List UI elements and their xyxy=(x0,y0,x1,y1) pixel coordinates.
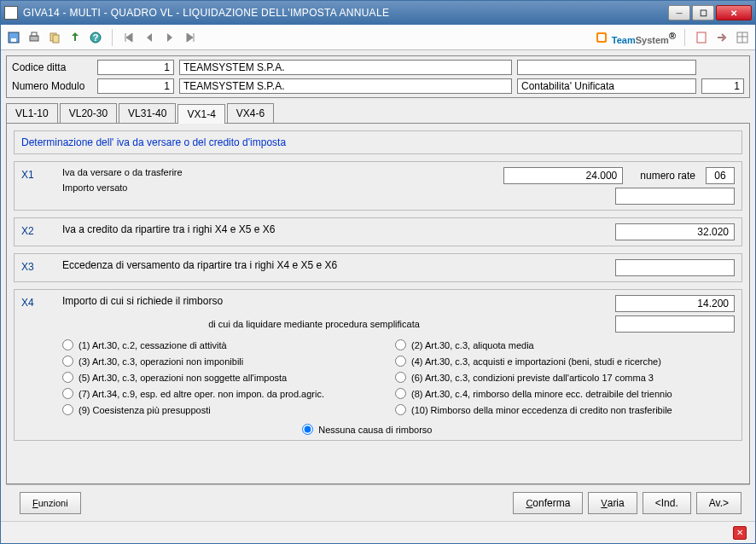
help-icon[interactable]: ? xyxy=(88,30,103,45)
row-x4: X4 Importo di cui si richiede il rimbors… xyxy=(14,289,742,441)
radio-6[interactable]: (6) Art.30, c.3, condizioni previste dal… xyxy=(395,372,672,383)
copy-icon[interactable] xyxy=(47,30,62,45)
svg-rect-10 xyxy=(697,32,706,43)
varia-button[interactable]: Varia xyxy=(588,492,637,514)
minimize-button[interactable]: ─ xyxy=(668,5,690,20)
contabilita: Contabilita' Unificata xyxy=(517,78,696,94)
radio-5[interactable]: (5) Art.30, c.3, operazioni non soggette… xyxy=(62,372,395,383)
next-icon[interactable] xyxy=(162,30,177,45)
svg-rect-2 xyxy=(30,36,38,41)
header-info: Codice ditta 1 TEAMSYSTEM S.P.A. Numero … xyxy=(6,55,750,98)
save-icon[interactable] xyxy=(6,30,21,45)
svg-rect-1 xyxy=(11,38,16,42)
svg-rect-5 xyxy=(53,35,59,43)
radio-9[interactable]: (9) Coesistenza più presupposti xyxy=(62,404,395,415)
footer-bar: Funzioni Conferma Varia <Ind. Av.> xyxy=(6,484,750,521)
codice-label: Codice ditta xyxy=(12,61,97,73)
grid-icon[interactable] xyxy=(735,30,750,45)
row-x1: X1 Iva da versare o da trasferire Import… xyxy=(14,161,742,211)
tab-vl20-30[interactable]: VL20-30 xyxy=(60,103,117,123)
row-x2: X2 Iva a credito da ripartire tra i righ… xyxy=(14,217,742,246)
toolbar-separator xyxy=(684,29,685,46)
tab-vx1-4[interactable]: VX1-4 xyxy=(177,104,224,124)
btn-label: unzioni xyxy=(38,498,68,508)
svg-rect-9 xyxy=(598,34,605,41)
last-icon[interactable] xyxy=(183,30,198,45)
ditta-name-1: TEAMSYSTEM S.P.A. xyxy=(179,60,512,75)
x4-val2[interactable] xyxy=(615,315,735,333)
radio-group: (1) Art.30, c.2, cessazione di attività … xyxy=(21,339,672,435)
ind-button[interactable]: <Ind. xyxy=(643,492,691,514)
tab-strip: VL1-10 VL20-30 VL31-40 VX1-4 VX4-6 xyxy=(6,103,750,124)
radio-2[interactable]: (2) Art.30, c.3, aliquota media xyxy=(395,339,672,350)
section-title: Determinazione dell' iva da versare o de… xyxy=(14,130,742,154)
first-icon[interactable] xyxy=(121,30,137,45)
conferma-button[interactable]: Conferma xyxy=(513,492,583,514)
maximize-button[interactable]: ☐ xyxy=(692,5,714,20)
toolbar: ? TeamSystem® xyxy=(1,25,755,50)
close-button[interactable]: ✕ xyxy=(716,5,752,20)
forward-icon[interactable] xyxy=(714,30,730,45)
prev-icon[interactable] xyxy=(142,30,157,45)
doc-icon[interactable] xyxy=(694,30,709,45)
x1-line1: Iva da versare o da trasferire xyxy=(62,167,503,177)
x2-val[interactable] xyxy=(615,223,735,240)
app-window: GIVA14 - MULTI - QUADRO VL - LIQUIDAZION… xyxy=(0,0,756,544)
x3-text: Eccedenza di versamento da ripartire tra… xyxy=(62,259,615,271)
codice-value[interactable]: 1 xyxy=(97,60,174,75)
radio-none[interactable]: Nessuna causa di rimborso xyxy=(302,424,432,435)
svg-rect-3 xyxy=(32,32,37,36)
empty-cell xyxy=(517,60,696,75)
numero-value[interactable]: 1 xyxy=(97,78,174,94)
radio-4[interactable]: (4) Art.30, c.3, acquisti e importazioni… xyxy=(395,356,672,367)
row-code: X2 xyxy=(21,223,62,237)
radio-8[interactable]: (8) Art.30, c.4, rimborso della minore e… xyxy=(395,388,672,399)
x1-val1[interactable] xyxy=(503,167,623,184)
row-code: X3 xyxy=(21,259,62,273)
app-icon xyxy=(4,6,18,20)
x4-subtext: di cui da liquidare mediante procedura s… xyxy=(21,319,607,329)
row-code: X1 xyxy=(21,167,62,181)
toolbar-separator xyxy=(112,29,113,46)
titlebar: GIVA14 - MULTI - QUADRO VL - LIQUIDAZION… xyxy=(1,1,755,25)
radio-3[interactable]: (3) Art.30, c.3, operazioni non imponibi… xyxy=(62,356,395,367)
x3-val[interactable] xyxy=(615,259,735,276)
numero-label: Numero Modulo xyxy=(12,80,97,92)
statusbar: ✕ xyxy=(1,521,755,543)
contabilita-num: 1 xyxy=(701,78,744,94)
funzioni-button[interactable]: Funzioni xyxy=(20,492,81,514)
radio-1[interactable]: (1) Art.30, c.2, cessazione di attività xyxy=(62,339,395,350)
tab-vl31-40[interactable]: VL31-40 xyxy=(119,103,176,123)
print-icon[interactable] xyxy=(26,30,42,45)
window-title: GIVA14 - MULTI - QUADRO VL - LIQUIDAZION… xyxy=(23,7,668,19)
av-button[interactable]: Av.> xyxy=(696,492,741,514)
x1-val2[interactable] xyxy=(615,188,735,205)
x4-val1[interactable] xyxy=(615,295,735,312)
row-x3: X3 Eccedenza di versamento da ripartire … xyxy=(14,253,742,282)
x2-text: Iva a credito da ripartire tra i righi X… xyxy=(62,223,615,235)
export-icon[interactable] xyxy=(67,30,83,45)
status-close-icon[interactable]: ✕ xyxy=(733,526,747,540)
brand-logo: TeamSystem® xyxy=(595,31,676,45)
ditta-name-2: TEAMSYSTEM S.P.A. xyxy=(179,78,512,94)
row-code: X4 xyxy=(21,295,62,309)
x1-line2: Importo versato xyxy=(62,182,503,193)
x4-text: Importo di cui si richiede il rimborso xyxy=(62,295,615,307)
tab-vl1-10[interactable]: VL1-10 xyxy=(6,103,58,123)
radio-7[interactable]: (7) Art.34, c.9, esp. ed altre oper. non… xyxy=(62,388,395,399)
form-panel: Determinazione dell' iva da versare o de… xyxy=(6,124,750,484)
tab-vx4-6[interactable]: VX4-6 xyxy=(227,103,274,123)
svg-text:?: ? xyxy=(93,32,99,43)
radio-10[interactable]: (10) Rimborso della minor eccedenza di c… xyxy=(395,404,672,415)
logo-icon xyxy=(595,31,608,44)
x1-rate[interactable] xyxy=(706,167,735,184)
rate-label: numero rate xyxy=(640,170,695,182)
